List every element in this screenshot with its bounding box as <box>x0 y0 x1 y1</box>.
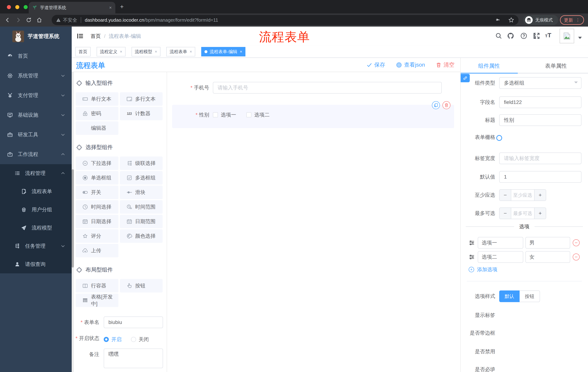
forward-icon[interactable] <box>15 17 21 23</box>
palette-item-textarea[interactable]: 多行文本 <box>120 92 163 106</box>
min-input[interactable] <box>511 190 534 201</box>
tag-home[interactable]: 首页 <box>75 47 91 56</box>
plus-button[interactable]: + <box>534 208 546 219</box>
search-icon[interactable] <box>495 32 502 39</box>
minus-button[interactable]: − <box>500 208 511 219</box>
title-input[interactable] <box>499 114 581 126</box>
browser-menu-icon[interactable]: ⋮ <box>576 18 580 22</box>
palette-item-date-picker[interactable]: 日期选择 <box>76 215 118 228</box>
sidebar-item-devtools[interactable]: 研发工具 <box>0 125 72 145</box>
palette-item-checkbox-group[interactable]: 多选框组 <box>120 171 163 185</box>
help-icon[interactable] <box>520 32 527 39</box>
option-label-input[interactable] <box>478 237 523 249</box>
tag-process-form-edit[interactable]: 流程表单-编辑× <box>201 47 245 56</box>
palette-item-row-container[interactable]: 行容器 <box>76 279 118 292</box>
tag-close-icon[interactable]: × <box>155 49 157 54</box>
remove-option-button[interactable]: − <box>573 239 580 246</box>
sidebar-item-infra[interactable]: 基础设施 <box>0 105 72 125</box>
checkbox-icon[interactable] <box>213 112 218 117</box>
palette-item-editor[interactable]: 编辑器 <box>76 121 118 135</box>
sidebar-item-process-mgmt[interactable]: 流程管理 <box>0 164 72 182</box>
palette-item-slider[interactable]: 滑块 <box>120 186 163 199</box>
sidebar-item-home[interactable]: 首页 <box>0 46 72 66</box>
option-value-input[interactable] <box>525 251 570 263</box>
copy-widget-button[interactable] <box>432 101 440 109</box>
form-canvas[interactable]: 手机号 性别 选项一 选项二 <box>167 72 460 372</box>
tag-close-icon[interactable]: × <box>120 49 122 54</box>
checkbox-icon[interactable] <box>246 112 252 117</box>
home-icon[interactable] <box>36 17 42 23</box>
sidebar-item-system[interactable]: 系统管理 <box>0 66 72 85</box>
phone-field[interactable]: 手机号 <box>167 82 451 94</box>
sidebar-item-leave-query[interactable]: 请假查询 <box>0 255 72 273</box>
palette-item-counter[interactable]: 123计数器 <box>120 107 163 120</box>
sidebar-logo[interactable]: 芋道管理系统 <box>0 27 72 46</box>
browser-tab[interactable]: 芋道管理系统 × <box>29 2 115 13</box>
zoom-window-button[interactable] <box>24 5 28 9</box>
palette-item-single-text[interactable]: 单行文本 <box>76 92 118 106</box>
gender-option-2[interactable]: 选项二 <box>246 111 270 118</box>
address-bar[interactable]: 不安全 dashboard.yudao.iocoder.cn/bpm/manag… <box>52 15 518 25</box>
minimize-window-button[interactable] <box>15 5 19 9</box>
palette-item-color-picker[interactable]: 颜色选择 <box>120 229 163 243</box>
view-json-button[interactable]: 查看json <box>396 61 425 69</box>
password-key-icon[interactable] <box>495 17 500 23</box>
clear-button[interactable]: 清空 <box>436 61 454 69</box>
palette-item-radio-group[interactable]: 单选框组 <box>76 171 118 185</box>
back-icon[interactable] <box>5 17 10 23</box>
palette-item-password[interactable]: 密码 <box>76 107 118 120</box>
style-button-button[interactable]: 按钮 <box>520 290 540 302</box>
palette-item-time-range[interactable]: 时间范围 <box>120 200 163 214</box>
form-name-input[interactable] <box>104 317 163 328</box>
option-value-input[interactable] <box>525 237 570 249</box>
add-option-button[interactable]: + 添加选项 <box>469 266 497 273</box>
save-button[interactable]: 保存 <box>367 61 385 69</box>
drag-handle-icon[interactable] <box>469 240 475 246</box>
phone-input[interactable] <box>213 82 442 94</box>
palette-item-upload[interactable]: 上传 <box>76 244 118 257</box>
tag-close-icon[interactable]: × <box>240 49 242 54</box>
option-label-input[interactable] <box>478 251 523 263</box>
new-tab-button[interactable]: + <box>120 4 124 9</box>
sidebar-item-pay[interactable]: 支付管理 <box>0 85 72 105</box>
close-window-button[interactable] <box>7 5 11 9</box>
sidebar-item-workflow[interactable]: 工作流程 <box>0 145 72 164</box>
default-value-input[interactable] <box>499 171 581 183</box>
fullscreen-icon[interactable] <box>533 32 540 39</box>
github-icon[interactable] <box>507 32 514 40</box>
status-radio-on[interactable]: 开启 <box>104 336 122 343</box>
remove-option-button[interactable]: − <box>573 254 580 260</box>
tag-close-icon[interactable]: × <box>189 49 192 54</box>
palette-item-cascader[interactable]: 级联选择 <box>120 157 163 170</box>
label-width-input[interactable] <box>499 152 581 164</box>
palette-item-switch[interactable]: 开关 <box>76 186 118 199</box>
style-default-button[interactable]: 默认 <box>499 290 520 302</box>
hamburger-icon[interactable] <box>77 33 83 39</box>
tag-process-model[interactable]: 流程模型× <box>132 47 160 56</box>
sidebar-item-user-group[interactable]: 用户分组 <box>0 201 72 219</box>
field-name-input[interactable] <box>499 96 581 108</box>
security-warning[interactable]: 不安全 <box>56 17 77 23</box>
drag-handle-icon[interactable] <box>469 254 475 260</box>
plus-button[interactable]: + <box>534 190 546 201</box>
tag-process-form[interactable]: 流程表单× <box>166 47 195 56</box>
browser-update-button[interactable]: 更新 ⋮ <box>560 15 584 25</box>
gender-field-selected[interactable]: 性别 选项一 选项二 <box>172 105 454 128</box>
palette-item-button[interactable]: 按钮 <box>120 279 163 292</box>
sidebar-item-task-mgmt[interactable]: 任务管理 <box>0 237 72 255</box>
tab-form-props[interactable]: 表单属性 <box>545 62 567 70</box>
avatar[interactable] <box>560 29 574 43</box>
minus-button[interactable]: − <box>500 190 511 201</box>
palette-scrollbar[interactable] <box>72 72 74 372</box>
status-radio-off[interactable]: 关闭 <box>131 336 149 343</box>
delete-widget-button[interactable] <box>442 101 451 109</box>
avatar-caret-icon[interactable] <box>578 37 582 39</box>
palette-item-time-picker[interactable]: 时间选择 <box>76 200 118 214</box>
palette-item-rate[interactable]: 评分 <box>76 229 118 243</box>
palette-item-date-range[interactable]: 日期范围 <box>120 215 163 228</box>
palette-item-table[interactable]: 表格[开发中] <box>76 294 118 307</box>
breadcrumb-home[interactable]: 首页 <box>91 33 101 40</box>
sidebar-item-process-model[interactable]: 流程模型 <box>0 219 72 237</box>
sidebar-item-process-form[interactable]: 流程表单 <box>0 182 72 201</box>
remark-textarea[interactable]: 嘿嘿 <box>104 349 163 368</box>
